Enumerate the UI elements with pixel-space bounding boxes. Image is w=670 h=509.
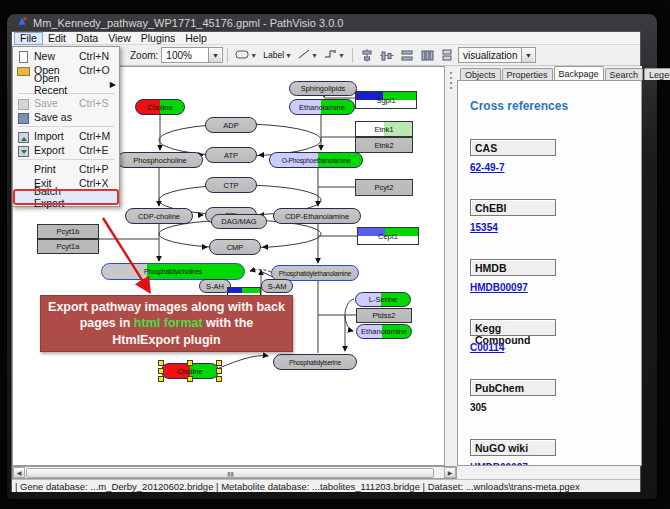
xref-database-header: ChEBI bbox=[470, 199, 556, 216]
chevron-down-icon[interactable]: ▼ bbox=[311, 52, 318, 59]
xref-section-kegg-compound: Kegg CompoundC00114 bbox=[470, 319, 641, 353]
tab-legend[interactable]: Legend bbox=[644, 68, 670, 80]
menu-view[interactable]: View bbox=[103, 32, 136, 45]
file-menu-item-label: Open Recent bbox=[34, 72, 79, 96]
file-menu-item-label: Import bbox=[34, 130, 79, 142]
file-menu-item-label: Save as bbox=[34, 111, 79, 123]
file-menu-item-print[interactable]: PrintCtrl+P bbox=[14, 162, 118, 176]
xref-section-pubchem: PubChem305 bbox=[470, 379, 641, 413]
connector-icon bbox=[324, 49, 337, 61]
xref-section-hmdb: HMDBHMDB00097 bbox=[470, 259, 641, 293]
xref-section-nugo-wiki: NuGO wikiHMDB00097 bbox=[470, 439, 641, 466]
title-bar[interactable]: Mm_Kennedy_pathway_WP1771_45176.gpml - P… bbox=[7, 14, 657, 31]
xref-link[interactable]: 15354 bbox=[470, 222, 641, 233]
toolbar-separator bbox=[352, 48, 353, 63]
tab-backpage[interactable]: Backpage bbox=[554, 66, 604, 80]
xref-section-cas: CAS62-49-7 bbox=[470, 139, 641, 173]
shortcut-label: Ctrl+E bbox=[79, 144, 115, 156]
chevron-down-icon[interactable]: ▼ bbox=[208, 48, 221, 62]
connector-tool-button[interactable]: ▼ bbox=[321, 47, 348, 64]
backpage-panel: Cross references CAS62-49-7ChEBI15354HMD… bbox=[457, 80, 642, 466]
menu-plugins[interactable]: Plugins bbox=[136, 32, 180, 45]
horizontal-scrollbar[interactable]: ◀ ▮▮ ▶ bbox=[12, 466, 457, 479]
splitter-grip-icon[interactable]: •••• bbox=[448, 70, 454, 90]
cross-references-heading: Cross references bbox=[470, 99, 641, 113]
chevron-down-icon[interactable]: ▼ bbox=[521, 48, 534, 62]
chevron-down-icon[interactable]: ▼ bbox=[338, 52, 345, 59]
line-icon bbox=[298, 49, 310, 61]
visualization-value: visualization bbox=[459, 50, 521, 61]
file-menu-item-export[interactable]: ExportCtrl+E bbox=[14, 143, 118, 157]
blank-icon bbox=[16, 164, 30, 175]
file-menu-item-label: Export bbox=[34, 144, 79, 156]
shortcut-label: Ctrl+P bbox=[79, 163, 115, 175]
menu-bar: FileEditDataViewPluginsHelp bbox=[12, 32, 640, 45]
scroll-left-icon[interactable]: ◀ bbox=[13, 467, 25, 478]
xref-database-header: CAS bbox=[470, 139, 556, 156]
save-as-icon bbox=[16, 112, 30, 123]
file-menu-item-save-as[interactable]: Save as bbox=[14, 110, 118, 124]
datanode-tool-button[interactable]: ▼ bbox=[232, 47, 260, 64]
file-menu-item-label: New bbox=[34, 50, 79, 62]
tab-search[interactable]: Search bbox=[605, 68, 644, 80]
shortcut-label: Ctrl+X bbox=[79, 177, 115, 189]
align-horizontal-center-button[interactable] bbox=[357, 47, 377, 64]
file-menu-item-label: Save bbox=[34, 97, 79, 109]
shortcut-label: Ctrl+N bbox=[79, 50, 115, 62]
xref-link[interactable]: C00114 bbox=[470, 342, 641, 353]
label-tool-text: Label bbox=[263, 50, 284, 60]
tab-properties[interactable]: Properties bbox=[502, 68, 553, 80]
xref-database-header: HMDB bbox=[470, 259, 556, 276]
chevron-down-icon[interactable]: ▼ bbox=[285, 52, 292, 59]
file-menu-item-import[interactable]: ImportCtrl+M bbox=[14, 129, 118, 143]
align-vertical-center-button[interactable] bbox=[377, 47, 397, 64]
file-menu-item-batch-export[interactable]: Batch Export bbox=[14, 190, 118, 204]
menu-help[interactable]: Help bbox=[180, 32, 212, 45]
label-tool-button[interactable]: Label ▼ bbox=[260, 47, 295, 64]
xref-section-chebi: ChEBI15354 bbox=[470, 199, 641, 233]
datanode-icon bbox=[235, 49, 249, 61]
shortcut-label: Ctrl+M bbox=[79, 130, 115, 142]
shortcut-label: Ctrl+O bbox=[79, 64, 115, 76]
visualization-combobox[interactable]: visualization ▼ bbox=[458, 47, 536, 63]
file-menu-item-label: Batch Export bbox=[34, 185, 79, 209]
toolbar-separator bbox=[227, 48, 228, 63]
xref-link[interactable]: 62-49-7 bbox=[470, 162, 641, 173]
file-menu-item-label: Print bbox=[34, 163, 79, 175]
scrollbar-grip-icon: ▮▮ bbox=[227, 471, 235, 477]
menu-edit[interactable]: Edit bbox=[43, 32, 71, 45]
menu-data[interactable]: Data bbox=[71, 32, 103, 45]
zoom-value: 100% bbox=[162, 50, 208, 61]
line-tool-button[interactable]: ▼ bbox=[295, 47, 321, 64]
panel-splitter[interactable]: •••• bbox=[445, 66, 457, 466]
xref-link[interactable]: HMDB00097 bbox=[470, 282, 641, 293]
tab-objects[interactable]: Objects bbox=[460, 68, 501, 80]
cross-references-list: CAS62-49-7ChEBI15354HMDBHMDB00097Kegg Co… bbox=[470, 139, 641, 466]
xref-link[interactable]: HMDB00097 bbox=[470, 462, 641, 466]
zoom-combobox[interactable]: 100% ▼ bbox=[161, 47, 223, 63]
status-bar: | Gene database: ...m_Derby_20120602.bri… bbox=[12, 479, 640, 492]
app-window: Mm_Kennedy_pathway_WP1771_45176.gpml - P… bbox=[6, 13, 658, 500]
main-content: FileEditDataViewPluginsHelp Zoom: 100% ▼… bbox=[11, 31, 641, 492]
new-document-icon bbox=[16, 51, 30, 62]
import-icon bbox=[16, 131, 30, 142]
zoom-label: Zoom: bbox=[130, 50, 158, 61]
scrollbar-thumb[interactable]: ▮▮ bbox=[26, 468, 434, 478]
chevron-down-icon[interactable]: ▼ bbox=[250, 52, 257, 59]
xref-database-header: NuGO wiki bbox=[470, 439, 556, 456]
file-menu-item-new[interactable]: NewCtrl+N bbox=[14, 49, 118, 63]
scroll-right-icon[interactable]: ▶ bbox=[444, 467, 456, 478]
pathvisio-logo-icon bbox=[17, 16, 28, 29]
submenu-arrow-icon: ▶ bbox=[110, 80, 116, 89]
save-icon bbox=[16, 98, 30, 109]
xref-value: 305 bbox=[470, 402, 641, 413]
menu-file[interactable]: File bbox=[14, 32, 43, 45]
stack-vertical-button[interactable] bbox=[437, 47, 457, 64]
common-width-button[interactable] bbox=[397, 47, 417, 64]
file-menu-item-save[interactable]: SaveCtrl+S bbox=[14, 96, 118, 110]
shortcut-label: Ctrl+S bbox=[79, 97, 115, 109]
file-menu: NewCtrl+NOpenCtrl+OOpen Recent▶SaveCtrl+… bbox=[12, 46, 120, 207]
file-menu-item-open-recent[interactable]: Open Recent▶ bbox=[14, 77, 118, 91]
common-height-button[interactable] bbox=[417, 47, 437, 64]
menu-separator bbox=[18, 159, 114, 160]
